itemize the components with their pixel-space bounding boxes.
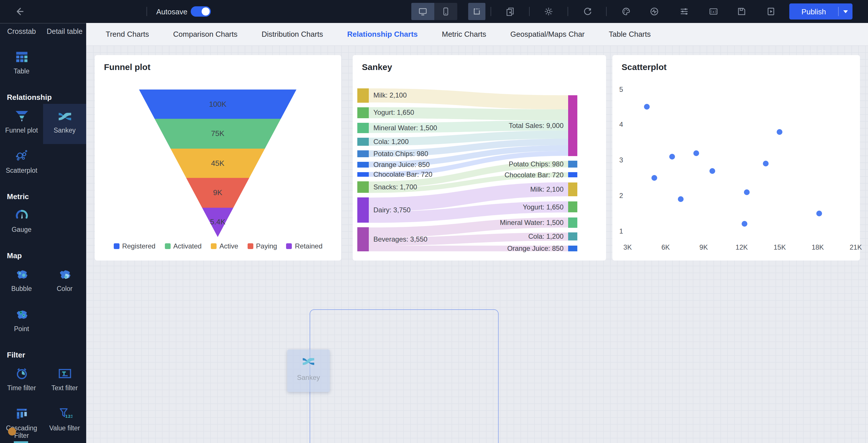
sidebar-item-value-filter[interactable]: 123Value filter bbox=[43, 402, 86, 442]
publish-label: Publish bbox=[789, 7, 838, 16]
sidebar-item-label: Value filter bbox=[50, 424, 80, 432]
funnel-value-label: 100K bbox=[139, 100, 297, 108]
sankey-node-yogurt[interactable] bbox=[357, 107, 369, 118]
settings-gear-icon[interactable] bbox=[544, 7, 553, 16]
sankey-node-beverages[interactable] bbox=[357, 228, 369, 251]
table-icon bbox=[14, 49, 29, 64]
sidebar-item-sankey[interactable]: Sankey bbox=[43, 104, 86, 144]
sidebar-item-funnel-plot[interactable]: Funnel plot bbox=[0, 104, 43, 144]
sidebar-item-time-filter[interactable]: Time filter bbox=[0, 362, 43, 402]
sidebar-item-point[interactable]: Point bbox=[0, 302, 43, 343]
funnel-plot-card[interactable]: Funnel plot 100K75K45K9K5.4K RegisteredA… bbox=[95, 55, 341, 261]
tab-relationship-charts[interactable]: Relationship Charts bbox=[347, 30, 418, 38]
sidebar-item-table[interactable]: Table bbox=[0, 45, 43, 85]
scatter-point bbox=[763, 161, 769, 166]
legend-swatch bbox=[211, 243, 217, 249]
sankey-node-label: Cola: 1,200 bbox=[460, 233, 563, 241]
sidebar-item-gauge[interactable]: Gauge bbox=[0, 203, 43, 243]
sankey-node-label: Snacks: 1,700 bbox=[373, 183, 417, 191]
sankey-node-potatochips[interactable] bbox=[357, 150, 369, 157]
y-axis-tick: 2 bbox=[619, 192, 631, 200]
sidebar-item-label: Point bbox=[14, 326, 29, 333]
drop-target-outline bbox=[310, 309, 499, 443]
mobile-preview-button[interactable] bbox=[434, 3, 457, 20]
new-dashboard-tab-button[interactable] bbox=[468, 3, 486, 20]
tab-comparison-charts[interactable]: Comparison Charts bbox=[173, 30, 238, 38]
tab-trend-charts[interactable]: Trend Charts bbox=[106, 30, 149, 38]
sankey-node-milk_r[interactable] bbox=[568, 182, 577, 196]
desktop-preview-button[interactable] bbox=[411, 3, 434, 20]
sidebar-top-divider bbox=[0, 23, 86, 24]
sidebar-item-bubble[interactable]: Bubble bbox=[0, 262, 43, 302]
sankey-card[interactable]: Sankey Milk: 2,100Yogurt: 1,650Mineral W… bbox=[353, 55, 606, 261]
drag-cursor-dot bbox=[8, 428, 16, 436]
sankey-node-snacks[interactable] bbox=[357, 182, 369, 193]
copy-component-icon[interactable] bbox=[505, 7, 515, 16]
sankey-node-orangejuice_r[interactable] bbox=[568, 246, 577, 251]
tab-geospatial-maps-char[interactable]: Geospatial/Maps Char bbox=[510, 30, 585, 38]
sankey-node-label: Orange Juice: 850 bbox=[460, 244, 563, 252]
sidebar-tab-detail-table[interactable]: Detail table bbox=[43, 28, 86, 36]
tab-table-charts[interactable]: Table Charts bbox=[609, 30, 651, 38]
preview-play-icon[interactable] bbox=[766, 7, 776, 16]
sankey-node-milk[interactable] bbox=[357, 89, 369, 102]
sankey-node-cola_r[interactable] bbox=[568, 233, 577, 241]
scatterplot-icon bbox=[14, 149, 29, 164]
sidebar-item-text-filter[interactable]: Text filter bbox=[43, 362, 86, 402]
sankey-node-cola[interactable] bbox=[357, 138, 369, 146]
x-axis-tick: 15K bbox=[768, 243, 791, 251]
scatterplot-card[interactable]: Scatterplot 123453K6K9K12K15K18K21K bbox=[612, 55, 860, 261]
sidebar-item-label: Bubble bbox=[11, 285, 32, 293]
sidebar-item-color[interactable]: Color bbox=[43, 262, 86, 302]
sankey-node-mineralwater_r[interactable] bbox=[568, 217, 577, 228]
clipped-sidebar-icon bbox=[14, 441, 28, 443]
sankey-node-mineralwater[interactable] bbox=[357, 123, 369, 133]
sankey-node-label: Yogurt: 1,650 bbox=[460, 203, 563, 211]
sankey-node-orangejuice[interactable] bbox=[357, 162, 369, 167]
legend-item-registered[interactable]: Registered bbox=[114, 242, 155, 250]
component-settings-icon[interactable] bbox=[680, 7, 689, 16]
legend-item-active[interactable]: Active bbox=[211, 242, 238, 250]
sidebar-item-scatterplot[interactable]: Scatterplot bbox=[0, 144, 43, 184]
funnel-legend: RegisteredActivatedActivePayingRetained bbox=[95, 242, 341, 250]
sankey-node-chocolatebar_r[interactable] bbox=[568, 172, 577, 177]
sankey-node-totalsales[interactable] bbox=[568, 95, 577, 156]
sidebar-tabs: Crosstab Detail table bbox=[0, 23, 86, 40]
scatter-point bbox=[741, 221, 747, 227]
sankey-node-potatochips_r[interactable] bbox=[568, 161, 577, 167]
sidebar-item-label: Sankey bbox=[54, 127, 76, 134]
dashboard-canvas: Sankey Funnel plot 100K75K45K9K5.4K Regi… bbox=[86, 45, 868, 443]
tab-distribution-charts[interactable]: Distribution Charts bbox=[262, 30, 323, 38]
sankey-node-yogurt_r[interactable] bbox=[568, 201, 577, 213]
monitor-health-icon[interactable] bbox=[650, 7, 659, 16]
funnel-value-label: 9K bbox=[139, 188, 297, 197]
legend-item-retained[interactable]: Retained bbox=[286, 242, 322, 250]
refresh-icon[interactable] bbox=[583, 7, 592, 16]
back-icon[interactable] bbox=[14, 6, 25, 17]
scatter-chart: 123453K6K9K12K15K18K21K bbox=[612, 55, 860, 261]
funnel-value-label: 45K bbox=[139, 159, 297, 167]
tab-metric-charts[interactable]: Metric Charts bbox=[442, 30, 486, 38]
sankey-node-label: Cola: 1,200 bbox=[373, 138, 409, 146]
save-icon[interactable] bbox=[737, 7, 746, 16]
autosave-toggle[interactable] bbox=[191, 6, 211, 16]
sankey-node-chocolatebar[interactable] bbox=[357, 172, 369, 177]
sidebar-tab-crosstab[interactable]: Crosstab bbox=[0, 28, 43, 36]
toolbar-divider bbox=[147, 7, 147, 16]
drag-ghost-label: Sankey bbox=[297, 374, 320, 382]
legend-item-paying[interactable]: Paying bbox=[247, 242, 277, 250]
theme-palette-icon[interactable] bbox=[622, 7, 631, 16]
sankey-node-dairy[interactable] bbox=[357, 198, 369, 223]
legend-label: Active bbox=[219, 242, 238, 250]
parameter-formula-icon[interactable]: (x) bbox=[709, 7, 718, 16]
sidebar-item-label: Color bbox=[57, 285, 73, 293]
publish-button[interactable]: Publish bbox=[789, 3, 852, 20]
toolbar-divider bbox=[529, 7, 530, 16]
sidebar-item-cascading-filter[interactable]: Cascading Filter bbox=[0, 402, 43, 442]
svg-text:123: 123 bbox=[65, 414, 72, 419]
publish-dropdown-button[interactable] bbox=[839, 10, 852, 13]
legend-item-activated[interactable]: Activated bbox=[164, 242, 202, 250]
sidebar-group-heading: Relationship bbox=[7, 93, 86, 102]
sankey-node-label: Chocolate Bar: 720 bbox=[460, 171, 563, 179]
x-axis-tick: 3K bbox=[616, 243, 639, 251]
